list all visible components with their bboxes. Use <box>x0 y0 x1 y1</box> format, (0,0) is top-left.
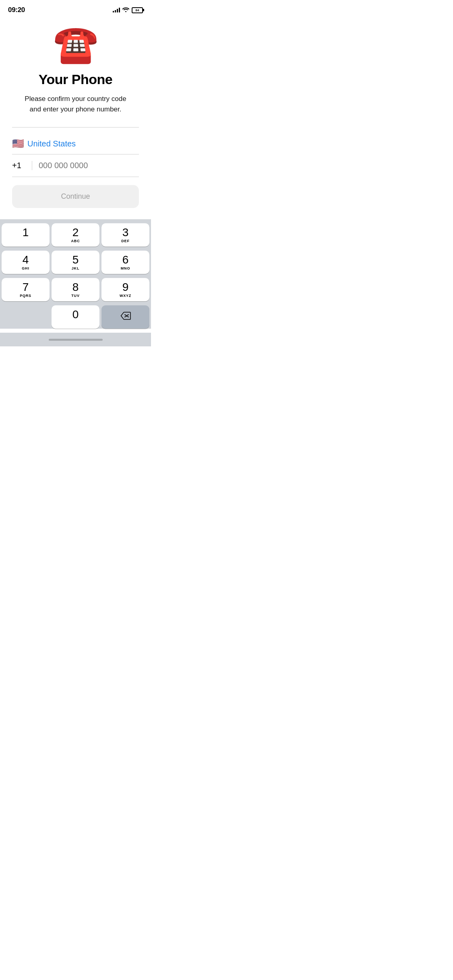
home-bar <box>49 339 103 341</box>
key-6[interactable]: 6 MNO <box>101 251 149 274</box>
keyboard-row-4: 0 <box>2 305 149 329</box>
country-name: United States <box>27 139 76 148</box>
key-1[interactable]: 1 <box>2 223 50 247</box>
status-bar: 09:20 84 <box>0 0 151 18</box>
country-selector[interactable]: 🇺🇸 United States <box>12 134 139 153</box>
key-2[interactable]: 2 ABC <box>52 223 99 247</box>
continue-button[interactable]: Continue <box>12 185 139 208</box>
keyboard-row-2: 4 GHI 5 JKL 6 MNO <box>2 251 149 274</box>
delete-icon <box>120 312 131 322</box>
status-time: 09:20 <box>8 6 25 14</box>
key-3[interactable]: 3 DEF <box>101 223 149 247</box>
keyboard-row-3: 7 PQRS 8 TUV 9 WXYZ <box>2 278 149 301</box>
telephone-icon: ☎️ <box>53 24 98 64</box>
key-4[interactable]: 4 GHI <box>2 251 50 274</box>
keyboard: 1 2 ABC 3 DEF 4 GHI 5 JKL 6 MNO 7 PQRS <box>0 219 151 329</box>
home-indicator <box>0 333 151 346</box>
country-flag: 🇺🇸 <box>12 138 24 149</box>
top-divider <box>12 127 139 128</box>
wifi-icon <box>122 7 129 13</box>
page-title: Your Phone <box>39 72 112 87</box>
key-empty <box>2 305 50 329</box>
phone-icon-container: ☎️ <box>53 26 98 62</box>
keyboard-row-1: 1 2 ABC 3 DEF <box>2 223 149 247</box>
key-delete[interactable] <box>101 305 149 329</box>
phone-number-input[interactable] <box>32 161 141 170</box>
key-0[interactable]: 0 <box>52 305 99 329</box>
page-subtitle: Please confirm your country codeand ente… <box>25 94 126 114</box>
key-7[interactable]: 7 PQRS <box>2 278 50 301</box>
status-icons: 84 <box>113 7 143 13</box>
key-9[interactable]: 9 WXYZ <box>101 278 149 301</box>
key-5[interactable]: 5 JKL <box>52 251 99 274</box>
phone-input-row: +1 <box>12 154 139 177</box>
key-8[interactable]: 8 TUV <box>52 278 99 301</box>
signal-icon <box>113 8 120 12</box>
country-code: +1 <box>12 161 32 170</box>
main-content: ☎️ Your Phone Please confirm your countr… <box>0 18 151 208</box>
battery-icon: 84 <box>132 7 143 13</box>
